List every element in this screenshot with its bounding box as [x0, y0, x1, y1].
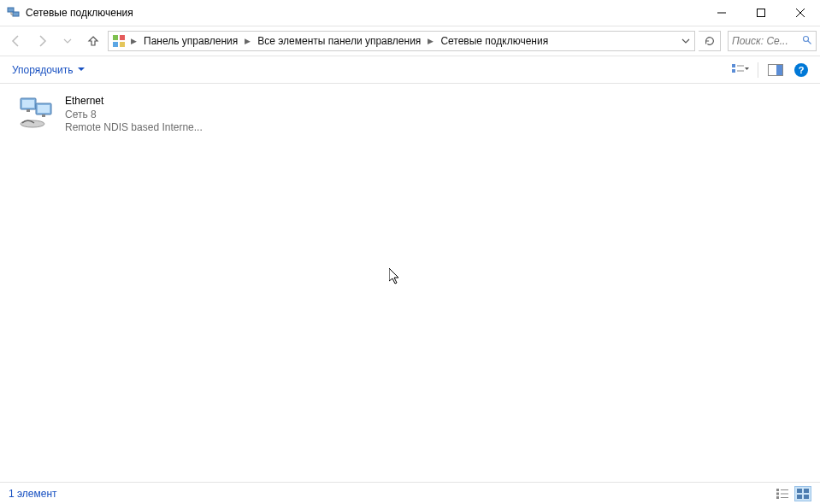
breadcrumb-item[interactable]: Панель управления — [139, 32, 243, 50]
svg-rect-21 — [22, 100, 34, 108]
content-area[interactable]: Ethernet Сеть 8 Remote NDIS based Intern… — [0, 85, 820, 482]
svg-rect-22 — [27, 109, 30, 112]
chevron-right-icon[interactable]: ▶ — [426, 37, 435, 45]
organize-label: Упорядочить — [12, 64, 73, 76]
history-dropdown[interactable] — [56, 30, 79, 52]
control-panel-icon — [112, 34, 126, 48]
chevron-right-icon[interactable]: ▶ — [243, 37, 252, 45]
svg-rect-29 — [776, 492, 779, 495]
breadcrumb-item[interactable]: Сетевые подключения — [435, 32, 553, 50]
svg-rect-25 — [42, 114, 45, 117]
svg-rect-33 — [797, 489, 802, 493]
svg-rect-35 — [797, 495, 802, 499]
connection-network: Сеть 8 — [65, 108, 203, 122]
window-icon — [7, 6, 21, 20]
chevron-down-icon — [78, 67, 85, 73]
svg-rect-36 — [804, 495, 809, 499]
minimize-button[interactable] — [702, 0, 741, 26]
back-button[interactable] — [5, 30, 27, 52]
breadcrumb-item[interactable]: Все элементы панели управления — [252, 32, 426, 50]
connection-text: Ethernet Сеть 8 Remote NDIS based Intern… — [65, 95, 203, 135]
search-icon — [802, 33, 812, 49]
navbar: ▶ Панель управления ▶ Все элементы панел… — [0, 26, 820, 56]
svg-rect-8 — [113, 35, 118, 40]
ethernet-icon — [17, 97, 55, 129]
view-options-button[interactable] — [732, 62, 749, 79]
svg-rect-9 — [120, 35, 125, 40]
chevron-right-icon[interactable]: ▶ — [129, 37, 139, 45]
forward-button[interactable] — [31, 30, 53, 52]
help-icon: ? — [794, 63, 808, 77]
help-button[interactable]: ? — [793, 62, 810, 79]
preview-pane-button[interactable] — [767, 62, 784, 79]
address-bar[interactable]: ▶ Панель управления ▶ Все элементы панел… — [108, 31, 695, 51]
details-view-button[interactable] — [774, 486, 791, 501]
status-count: 1 элемент — [9, 488, 57, 500]
svg-rect-27 — [776, 489, 779, 491]
refresh-button[interactable] — [699, 31, 721, 51]
separator — [758, 62, 758, 78]
svg-rect-11 — [120, 42, 125, 47]
statusbar: 1 элемент — [0, 482, 820, 504]
svg-rect-31 — [776, 496, 779, 499]
connection-device: Remote NDIS based Interne... — [65, 121, 203, 135]
large-icons-view-button[interactable] — [794, 486, 811, 501]
titlebar: Сетевые подключения — [0, 0, 820, 26]
svg-rect-0 — [8, 8, 14, 12]
svg-rect-1 — [13, 12, 19, 16]
svg-line-13 — [808, 41, 811, 44]
toolbar: Упорядочить ? — [0, 56, 820, 84]
svg-rect-10 — [113, 42, 118, 47]
svg-rect-14 — [732, 64, 735, 67]
address-dropdown[interactable] — [677, 37, 694, 45]
window-title: Сетевые подключения — [26, 7, 702, 19]
search-box[interactable] — [728, 31, 817, 51]
connection-item[interactable]: Ethernet Сеть 8 Remote NDIS based Intern… — [15, 93, 229, 137]
svg-rect-16 — [732, 69, 735, 73]
svg-rect-5 — [758, 9, 765, 17]
svg-rect-19 — [776, 65, 782, 75]
svg-point-12 — [804, 37, 809, 42]
search-input[interactable] — [732, 35, 802, 47]
close-button[interactable] — [781, 0, 820, 26]
svg-rect-24 — [38, 105, 50, 113]
organize-button[interactable]: Упорядочить — [7, 61, 90, 79]
connection-name: Ethernet — [65, 95, 203, 108]
up-button[interactable] — [82, 30, 104, 52]
maximize-button[interactable] — [741, 0, 781, 26]
svg-rect-34 — [804, 489, 809, 493]
